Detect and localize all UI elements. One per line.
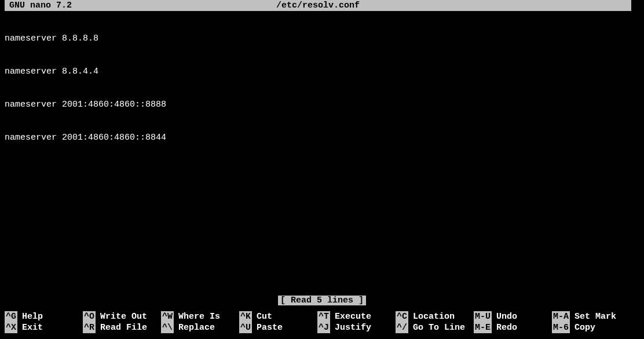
shortcut-key: ^U <box>239 322 252 333</box>
shortcut-label: Location <box>408 311 455 322</box>
shortcut-key: ^/ <box>396 322 408 333</box>
shortcut-row-1: ^G Help ^O Write Out ^W Where Is ^K Cut … <box>5 311 644 322</box>
shortcut-undo[interactable]: M-U Undo <box>474 311 552 322</box>
shortcut-execute[interactable]: ^T Execute <box>317 311 396 322</box>
shortcut-row-2: ^X Exit ^R Read File ^\ Replace ^U Paste… <box>5 322 644 333</box>
editor-line: nameserver 2001:4860:4860::8888 <box>5 99 644 110</box>
shortcut-label: Replace <box>174 322 215 333</box>
titlebar: GNU nano 7.2 /etc/resolv.conf <box>5 0 631 11</box>
editor-line: nameserver 2001:4860:4860::8844 <box>5 132 644 143</box>
shortcut-label: Go To Line <box>408 322 465 333</box>
shortcut-whereis[interactable]: ^W Where Is <box>161 311 239 322</box>
shortcut-redo[interactable]: M-E Redo <box>474 322 552 333</box>
shortcut-replace[interactable]: ^\ Replace <box>161 322 239 333</box>
shortcut-key: ^T <box>317 311 330 322</box>
shortcut-key: ^\ <box>161 322 174 333</box>
status-message: [ Read 5 lines ] <box>278 296 366 305</box>
shortcut-label: Write Out <box>96 311 147 322</box>
shortcut-label: Copy <box>570 322 595 333</box>
shortcuts-panel: ^G Help ^O Write Out ^W Where Is ^K Cut … <box>0 311 644 339</box>
shortcut-location[interactable]: ^C Location <box>396 311 474 322</box>
shortcut-label: Set Mark <box>570 311 616 322</box>
shortcut-label: Undo <box>492 311 517 322</box>
editor-line: nameserver 8.8.8.8 <box>5 33 644 44</box>
shortcut-setmark[interactable]: M-A Set Mark <box>552 311 630 322</box>
shortcut-key: M-A <box>552 311 570 322</box>
shortcut-key: ^O <box>83 311 96 322</box>
shortcut-justify[interactable]: ^J Justify <box>317 322 396 333</box>
shortcut-cut[interactable]: ^K Cut <box>239 311 317 322</box>
shortcut-exit[interactable]: ^X Exit <box>5 322 83 333</box>
shortcut-help[interactable]: ^G Help <box>5 311 83 322</box>
shortcut-key: M-6 <box>552 322 570 333</box>
shortcut-label: Read File <box>96 322 147 333</box>
shortcut-key: M-U <box>474 311 492 322</box>
shortcut-gotoline[interactable]: ^/ Go To Line <box>396 322 474 333</box>
statusbar: [ Read 5 lines ] <box>0 295 644 306</box>
shortcut-key: ^G <box>5 311 17 322</box>
shortcut-key: ^K <box>239 311 252 322</box>
shortcut-key: ^W <box>161 311 174 322</box>
shortcut-key: ^R <box>83 322 96 333</box>
shortcut-key: ^X <box>5 322 17 333</box>
shortcut-label: Where Is <box>174 311 220 322</box>
shortcut-writeout[interactable]: ^O Write Out <box>83 311 161 322</box>
shortcut-key: ^C <box>396 311 408 322</box>
shortcut-key: ^J <box>317 322 330 333</box>
shortcut-paste[interactable]: ^U Paste <box>239 322 317 333</box>
shortcut-readfile[interactable]: ^R Read File <box>83 322 161 333</box>
shortcut-label: Exit <box>17 322 43 333</box>
shortcut-label: Redo <box>492 322 517 333</box>
shortcut-copy[interactable]: M-6 Copy <box>552 322 630 333</box>
shortcut-key: M-E <box>474 322 492 333</box>
shortcut-label: Help <box>17 311 43 322</box>
editor-line: nameserver 8.8.4.4 <box>5 66 644 77</box>
shortcut-label: Paste <box>252 322 283 333</box>
shortcut-label: Cut <box>252 311 272 322</box>
shortcut-label: Execute <box>330 311 371 322</box>
shortcut-label: Justify <box>330 322 371 333</box>
filename: /etc/resolv.conf <box>5 0 631 11</box>
editor-area[interactable]: nameserver 8.8.8.8 nameserver 8.8.4.4 na… <box>0 11 644 154</box>
